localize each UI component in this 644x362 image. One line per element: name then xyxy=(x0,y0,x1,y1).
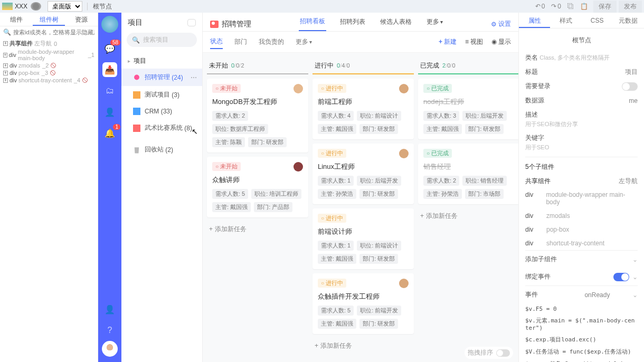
kanban-card[interactable]: 已完成 销售经理 需求人数: 2职位: 销售经理主管: 孙荣浩部门: 市场部 xyxy=(418,144,518,204)
add-task-button[interactable]: 添加新任务 xyxy=(418,208,518,224)
project-category[interactable]: 项目 xyxy=(121,51,202,69)
tree-row-shared[interactable]: + 共享组件 左导航 0 xyxy=(3,39,94,48)
code-line[interactable]: $query.任务 ? exc('$v.modal.key = "任务"; $v… xyxy=(525,358,638,362)
tree-search[interactable]: 🔍 xyxy=(0,26,98,38)
code-line[interactable]: $V.任务活动 = func($exp.任务活动) xyxy=(525,346,638,358)
copy-icon[interactable]: ⿻ xyxy=(567,3,574,10)
bind-event-row[interactable]: 绑定事件 xyxy=(525,268,638,285)
sidebar-alert-icon[interactable]: 🔔1 xyxy=(102,126,117,140)
project-search[interactable]: 🔍 搜索项目 xyxy=(127,33,197,47)
tab-kanban[interactable]: 招聘看板 xyxy=(299,17,326,31)
project-item[interactable]: 招聘管理 (24) xyxy=(121,69,202,86)
expand-icon[interactable]: + xyxy=(3,53,7,58)
new-button[interactable]: 新建 xyxy=(439,37,457,46)
tree-row[interactable]: +divpop-box_3 xyxy=(3,69,94,77)
card-tag: 需求人数: 2 xyxy=(423,176,459,186)
tree-tab-component[interactable]: 组件 xyxy=(0,13,33,26)
status-badge: 进行中 xyxy=(318,84,346,93)
sidebar-avatar[interactable] xyxy=(102,341,118,357)
sub-status[interactable]: 状态 xyxy=(210,35,223,49)
sub-more[interactable]: 更多 xyxy=(296,35,312,49)
child-row[interactable]: divshortcut-tray-content xyxy=(525,236,638,250)
kanban-card[interactable]: 未开始 众触讲师 需求人数: 5职位: 培训工程师主管: 戴国强部门: 产品部 xyxy=(207,157,308,217)
tree-tab-tree[interactable]: 组件树 xyxy=(33,13,65,26)
recycle-bin[interactable]: 回收站 (2) xyxy=(121,141,202,158)
save-button[interactable]: 保存 xyxy=(593,1,617,13)
tab-candidates[interactable]: 候选人表格 xyxy=(379,17,413,31)
expand-icon[interactable]: + xyxy=(3,71,8,75)
code-line[interactable]: $c.exp.项目load.exc() xyxy=(525,334,638,346)
expand-icon[interactable]: + xyxy=(3,41,8,46)
project-item[interactable]: CRM (33) xyxy=(121,103,202,119)
root-crumb[interactable]: 根节点 xyxy=(93,2,112,11)
field-datasource-value[interactable]: me xyxy=(629,97,638,104)
kanban-card[interactable]: 进行中 Linux工程师 需求人数: 1职位: 后端开发主管: 孙荣浩部门: 研… xyxy=(312,144,414,204)
add-task-button[interactable]: 添加新任务 xyxy=(312,338,414,354)
publish-button[interactable]: 发布 xyxy=(619,1,642,13)
code-line[interactable]: $v.F5 = 0 xyxy=(525,303,638,315)
disabled-icon xyxy=(51,63,56,68)
tree-search-input[interactable] xyxy=(13,29,94,35)
display-button[interactable]: 显示 xyxy=(491,37,511,46)
event-onready[interactable]: 事件 onReady xyxy=(525,285,638,303)
kanban-card[interactable]: 未开始 MongoDB开发工程师 需求人数: 2职位: 数据库工程师主管: 陈颖… xyxy=(207,79,308,153)
toggle-icon[interactable] xyxy=(496,349,510,357)
itab-meta[interactable]: 元数据 xyxy=(613,13,644,28)
project-item[interactable]: 武术比赛系统 (8) xyxy=(121,119,202,137)
card-tag: 职位: 培训工程师 xyxy=(251,189,301,199)
sub-mine[interactable]: 我负责的 xyxy=(259,35,284,49)
redo-button[interactable]: ↷0 xyxy=(551,3,561,10)
kanban-column: 未开始0/0/2 未开始 MongoDB开发工程师 需求人数: 2职位: 数据库… xyxy=(207,58,308,357)
sidebar-inbox-icon[interactable]: 📥 xyxy=(102,62,117,77)
tree-row[interactable]: +divshortcut-tray-content_4 xyxy=(3,77,94,84)
tree-row[interactable]: +divmodule-body-wrapper main-body_1 xyxy=(3,48,94,62)
tree-tab-resource[interactable]: 资源 xyxy=(65,13,98,26)
itab-attrs[interactable]: 属性 xyxy=(519,13,550,28)
card-tag: 需求人数: 4 xyxy=(318,111,354,121)
card-tag: 需求人数: 5 xyxy=(212,189,248,199)
add-task-button[interactable]: 添加新任务 xyxy=(207,222,308,237)
child-row[interactable]: divmodule-body-wrapper main-body xyxy=(525,188,638,209)
bind-event-toggle[interactable] xyxy=(613,273,629,281)
sidebar-folder-icon[interactable]: 🗂 xyxy=(102,83,117,98)
vbar: │ xyxy=(86,3,90,10)
kanban-card[interactable]: 进行中 众触插件开发工程师 需求人数: 5职位: 前端开发主管: 戴国强部门: … xyxy=(312,273,414,334)
top-bar: XXX 桌面版 │ 根节点 ↶0 ↷0 ⿻ 📋 保存 发布 xyxy=(0,0,644,13)
field-title-value[interactable]: 项目 xyxy=(625,68,638,77)
inspector-crumb[interactable]: 根节点 xyxy=(525,33,638,48)
mailbox-icon[interactable] xyxy=(187,19,196,26)
status-badge: 已完成 xyxy=(423,84,452,93)
project-header: 项目 xyxy=(128,18,143,27)
add-child-row[interactable]: 添加子组件 xyxy=(525,250,638,268)
content-header: 招聘管理 招聘看板 招聘列表 候选人表格 更多 设置 xyxy=(203,13,518,32)
code-line[interactable]: $v.元素.main = $(".main-body-center") xyxy=(525,315,638,334)
needlogin-toggle[interactable] xyxy=(622,82,638,91)
expand-icon[interactable]: + xyxy=(3,78,8,83)
view-button[interactable]: 视图 xyxy=(465,37,483,46)
itab-css[interactable]: CSS xyxy=(582,13,613,28)
sidebar-chat-icon[interactable]: 💬58 xyxy=(102,41,117,56)
settings-button[interactable]: 设置 xyxy=(491,20,511,28)
sidebar-help-icon[interactable]: ? xyxy=(102,323,117,338)
sub-dept[interactable]: 部门 xyxy=(234,35,247,49)
expand-icon[interactable]: + xyxy=(3,63,8,68)
kanban-card[interactable]: 已完成 nodejs工程师 需求人数: 3职位: 后端开发主管: 戴国强部门: … xyxy=(418,79,518,139)
undo-button[interactable]: ↶0 xyxy=(535,3,545,10)
project-item[interactable]: 测试项目 (3) xyxy=(121,86,202,103)
sidebar-contacts-icon[interactable]: 👤 xyxy=(102,104,117,119)
kanban-card[interactable]: 进行中 前端设计师 需求人数: 1职位: 前端设计主管: 戴国强部门: 研发部 xyxy=(312,208,414,269)
tree-tabs: 组件 组件树 资源 xyxy=(0,13,98,26)
tab-more[interactable]: 更多 xyxy=(425,17,444,31)
sidebar-user-icon[interactable]: 👤 xyxy=(102,302,117,317)
mode-select[interactable]: 桌面版 xyxy=(48,1,82,12)
card-tag: 部门: 研发部 xyxy=(248,137,287,147)
kanban-card[interactable]: 进行中 前端工程师 需求人数: 4职位: 前端设计主管: 戴国强部门: 研发部 xyxy=(312,79,414,139)
child-row[interactable]: divpop-box xyxy=(525,223,638,236)
itab-style[interactable]: 样式 xyxy=(550,13,581,28)
drag-sort-toggle[interactable]: 拖拽排序 xyxy=(465,347,513,359)
tree-row[interactable]: +divzmodals_2 xyxy=(3,62,94,69)
paste-icon[interactable]: 📋 xyxy=(580,3,588,10)
card-title: Linux工程师 xyxy=(318,162,409,172)
tab-list[interactable]: 招聘列表 xyxy=(339,17,366,31)
child-row[interactable]: divzmodals xyxy=(525,209,638,223)
